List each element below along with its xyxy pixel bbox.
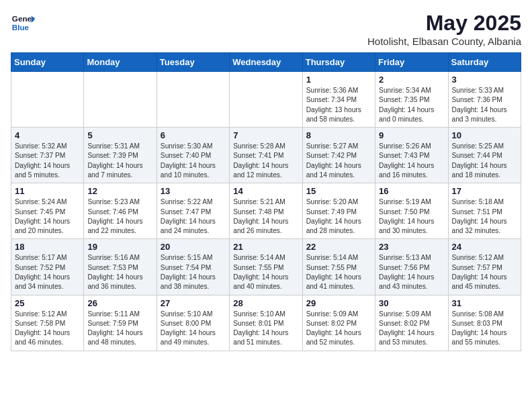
- day-number: 27: [161, 298, 226, 308]
- calendar-cell: 29Sunrise: 5:09 AMSunset: 8:02 PMDayligh…: [302, 295, 375, 351]
- day-number: 16: [379, 186, 444, 196]
- day-number: 8: [306, 130, 371, 140]
- day-number: 19: [87, 242, 152, 252]
- week-row-5: 25Sunrise: 5:12 AMSunset: 7:58 PMDayligh…: [11, 295, 521, 351]
- calendar-cell: 7Sunrise: 5:28 AMSunset: 7:41 PMDaylight…: [230, 128, 302, 183]
- cell-details: Sunrise: 5:11 AMSunset: 7:59 PMDaylight:…: [87, 310, 152, 348]
- calendar-cell: 16Sunrise: 5:19 AMSunset: 7:50 PMDayligh…: [375, 183, 448, 239]
- cell-details: Sunrise: 5:09 AMSunset: 8:02 PMDaylight:…: [379, 310, 444, 348]
- cell-details: Sunrise: 5:25 AMSunset: 7:44 PMDaylight:…: [452, 142, 517, 180]
- calendar-cell: 1Sunrise: 5:36 AMSunset: 7:34 PMDaylight…: [302, 72, 375, 128]
- title-block: May 2025 Hotolisht, Elbasan County, Alba…: [367, 11, 521, 47]
- day-number: 20: [161, 242, 226, 252]
- cell-details: Sunrise: 5:09 AMSunset: 8:02 PMDaylight:…: [306, 310, 371, 348]
- calendar-cell: 25Sunrise: 5:12 AMSunset: 7:58 PMDayligh…: [11, 295, 84, 351]
- calendar-cell: 26Sunrise: 5:11 AMSunset: 7:59 PMDayligh…: [84, 295, 157, 351]
- calendar-cell: 24Sunrise: 5:12 AMSunset: 7:57 PMDayligh…: [448, 239, 521, 295]
- cell-details: Sunrise: 5:31 AMSunset: 7:39 PMDaylight:…: [87, 142, 152, 180]
- calendar-cell: 3Sunrise: 5:33 AMSunset: 7:36 PMDaylight…: [448, 72, 521, 128]
- cell-details: Sunrise: 5:12 AMSunset: 7:57 PMDaylight:…: [452, 253, 517, 291]
- calendar-cell: 20Sunrise: 5:15 AMSunset: 7:54 PMDayligh…: [157, 239, 229, 295]
- week-row-1: 1Sunrise: 5:36 AMSunset: 7:34 PMDaylight…: [11, 72, 521, 128]
- page-header: General Blue May 2025 Hotolisht, Elbasan…: [11, 11, 521, 47]
- cell-details: Sunrise: 5:14 AMSunset: 7:55 PMDaylight:…: [306, 253, 371, 291]
- day-number: 26: [87, 298, 152, 308]
- day-number: 4: [15, 130, 80, 140]
- calendar-cell: 19Sunrise: 5:16 AMSunset: 7:53 PMDayligh…: [84, 239, 157, 295]
- day-number: 18: [15, 242, 80, 252]
- calendar-cell: 8Sunrise: 5:27 AMSunset: 7:42 PMDaylight…: [302, 128, 375, 183]
- cell-details: Sunrise: 5:32 AMSunset: 7:37 PMDaylight:…: [15, 142, 80, 180]
- cell-details: Sunrise: 5:14 AMSunset: 7:55 PMDaylight:…: [233, 253, 298, 291]
- calendar-cell: 31Sunrise: 5:08 AMSunset: 8:03 PMDayligh…: [448, 295, 521, 351]
- cell-details: Sunrise: 5:34 AMSunset: 7:35 PMDaylight:…: [379, 86, 444, 124]
- day-number: 28: [233, 298, 298, 308]
- svg-text:Blue: Blue: [12, 23, 30, 32]
- day-number: 10: [452, 130, 517, 140]
- day-number: 6: [161, 130, 226, 140]
- calendar-cell: [11, 72, 84, 128]
- calendar-cell: [84, 72, 157, 128]
- weekday-header-wednesday: Wednesday: [230, 53, 302, 72]
- day-number: 3: [452, 75, 517, 85]
- calendar-cell: 18Sunrise: 5:17 AMSunset: 7:52 PMDayligh…: [11, 239, 84, 295]
- weekday-header-thursday: Thursday: [302, 53, 375, 72]
- calendar-cell: [230, 72, 302, 128]
- cell-details: Sunrise: 5:27 AMSunset: 7:42 PMDaylight:…: [306, 142, 371, 180]
- day-number: 1: [306, 75, 371, 85]
- calendar-cell: 15Sunrise: 5:20 AMSunset: 7:49 PMDayligh…: [302, 183, 375, 239]
- calendar-cell: 12Sunrise: 5:23 AMSunset: 7:46 PMDayligh…: [84, 183, 157, 239]
- day-number: 17: [452, 186, 517, 196]
- day-number: 13: [161, 186, 226, 196]
- cell-details: Sunrise: 5:15 AMSunset: 7:54 PMDaylight:…: [161, 253, 226, 291]
- day-number: 11: [15, 186, 80, 196]
- day-number: 21: [233, 242, 298, 252]
- cell-details: Sunrise: 5:28 AMSunset: 7:41 PMDaylight:…: [233, 142, 298, 180]
- calendar-cell: 27Sunrise: 5:10 AMSunset: 8:00 PMDayligh…: [157, 295, 229, 351]
- location-subtitle: Hotolisht, Elbasan County, Albania: [367, 36, 521, 47]
- day-number: 14: [233, 186, 298, 196]
- cell-details: Sunrise: 5:24 AMSunset: 7:45 PMDaylight:…: [15, 197, 80, 236]
- calendar-cell: 30Sunrise: 5:09 AMSunset: 8:02 PMDayligh…: [375, 295, 448, 351]
- cell-details: Sunrise: 5:19 AMSunset: 7:50 PMDaylight:…: [379, 197, 444, 236]
- week-row-3: 11Sunrise: 5:24 AMSunset: 7:45 PMDayligh…: [11, 183, 521, 239]
- cell-details: Sunrise: 5:10 AMSunset: 8:00 PMDaylight:…: [161, 310, 226, 348]
- cell-details: Sunrise: 5:36 AMSunset: 7:34 PMDaylight:…: [306, 86, 371, 124]
- weekday-header-sunday: Sunday: [11, 53, 84, 72]
- cell-details: Sunrise: 5:33 AMSunset: 7:36 PMDaylight:…: [452, 86, 517, 124]
- week-row-4: 18Sunrise: 5:17 AMSunset: 7:52 PMDayligh…: [11, 239, 521, 295]
- weekday-header-friday: Friday: [375, 53, 448, 72]
- day-number: 7: [233, 130, 298, 140]
- calendar-cell: 5Sunrise: 5:31 AMSunset: 7:39 PMDaylight…: [84, 128, 157, 183]
- calendar-cell: 2Sunrise: 5:34 AMSunset: 7:35 PMDaylight…: [375, 72, 448, 128]
- cell-details: Sunrise: 5:12 AMSunset: 7:58 PMDaylight:…: [15, 310, 80, 348]
- calendar-cell: 13Sunrise: 5:22 AMSunset: 7:47 PMDayligh…: [157, 183, 229, 239]
- calendar-cell: 6Sunrise: 5:30 AMSunset: 7:40 PMDaylight…: [157, 128, 229, 183]
- logo: General Blue: [11, 11, 35, 35]
- week-row-2: 4Sunrise: 5:32 AMSunset: 7:37 PMDaylight…: [11, 128, 521, 183]
- calendar-cell: 28Sunrise: 5:10 AMSunset: 8:01 PMDayligh…: [230, 295, 302, 351]
- month-title: May 2025: [367, 11, 521, 36]
- day-number: 9: [379, 130, 444, 140]
- cell-details: Sunrise: 5:10 AMSunset: 8:01 PMDaylight:…: [233, 310, 298, 348]
- cell-details: Sunrise: 5:22 AMSunset: 7:47 PMDaylight:…: [161, 197, 226, 236]
- weekday-header-saturday: Saturday: [448, 53, 521, 72]
- day-number: 31: [452, 298, 517, 308]
- calendar-table: SundayMondayTuesdayWednesdayThursdayFrid…: [11, 52, 521, 351]
- calendar-cell: 23Sunrise: 5:13 AMSunset: 7:56 PMDayligh…: [375, 239, 448, 295]
- calendar-cell: [157, 72, 229, 128]
- day-number: 5: [87, 130, 152, 140]
- day-number: 29: [306, 298, 371, 308]
- calendar-cell: 21Sunrise: 5:14 AMSunset: 7:55 PMDayligh…: [230, 239, 302, 295]
- cell-details: Sunrise: 5:26 AMSunset: 7:43 PMDaylight:…: [379, 142, 444, 180]
- day-number: 24: [452, 242, 517, 252]
- calendar-cell: 10Sunrise: 5:25 AMSunset: 7:44 PMDayligh…: [448, 128, 521, 183]
- logo-icon: General Blue: [11, 11, 35, 35]
- day-number: 22: [306, 242, 371, 252]
- day-number: 2: [379, 75, 444, 85]
- day-number: 12: [87, 186, 152, 196]
- weekday-header-tuesday: Tuesday: [157, 53, 229, 72]
- cell-details: Sunrise: 5:17 AMSunset: 7:52 PMDaylight:…: [15, 253, 80, 291]
- cell-details: Sunrise: 5:20 AMSunset: 7:49 PMDaylight:…: [306, 197, 371, 236]
- day-number: 23: [379, 242, 444, 252]
